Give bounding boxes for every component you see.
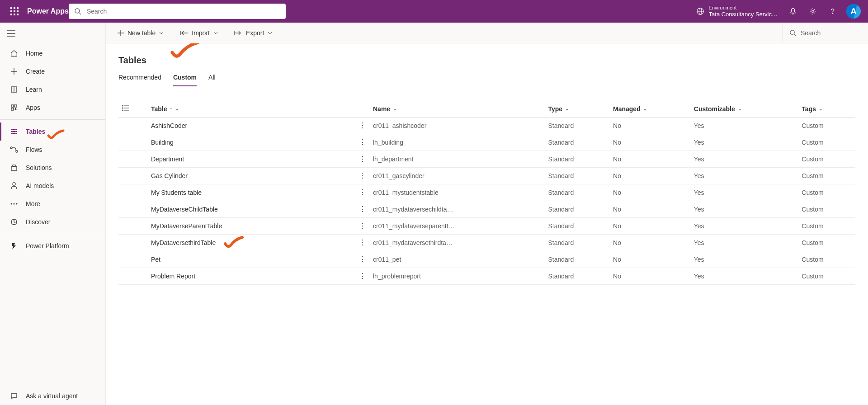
plus-icon (118, 30, 124, 36)
cell-table[interactable]: MyDataverseChildTable (147, 201, 355, 218)
cell-table[interactable]: MyDataversethirdTable (147, 235, 355, 251)
cell-table[interactable]: Department (147, 151, 355, 168)
nav-learn[interactable]: Learn (0, 80, 105, 99)
row-actions[interactable]: ⋮ (359, 172, 366, 179)
nav-solutions[interactable]: Solutions (0, 159, 105, 177)
cmd-label: Export (246, 29, 264, 37)
row-actions[interactable]: ⋮ (359, 122, 366, 129)
gear-icon (809, 7, 817, 15)
column-header-customizable[interactable]: Customizable⌄ (690, 100, 798, 118)
more-icon (9, 203, 19, 205)
nav-ask-agent[interactable]: Ask a virtual agent (0, 387, 105, 405)
avatar[interactable]: A (846, 4, 861, 19)
cell-customizable: Yes (690, 218, 798, 235)
environment-picker[interactable]: Environment Tata Consultancy Servic… (691, 5, 783, 18)
table-row[interactable]: Building⋮lh_buildingStandardNoYesCustom (118, 134, 855, 151)
nav-more[interactable]: More (0, 195, 105, 213)
page-search[interactable]: Search (783, 23, 860, 43)
table-row[interactable]: Department⋮lh_departmentStandardNoYesCus… (118, 151, 855, 168)
cell-table[interactable]: Gas Cylinder (147, 168, 355, 184)
help-button[interactable] (823, 0, 843, 22)
flow-icon (9, 146, 19, 153)
app-launcher[interactable] (4, 0, 25, 22)
brand-name[interactable]: Power Apps (27, 7, 69, 15)
tab-recommended[interactable]: Recommended (118, 74, 161, 86)
cell-table[interactable]: MyDataverseParentTable (147, 218, 355, 235)
tab-custom[interactable]: Custom (173, 74, 197, 86)
cell-managed: No (609, 151, 690, 168)
table-row[interactable]: MyDataversethirdTable⋮cr011_mydataverset… (118, 235, 855, 251)
cell-customizable: Yes (690, 251, 798, 268)
column-header-tags[interactable]: Tags⌄ (798, 100, 855, 118)
svg-rect-23 (13, 131, 15, 132)
cell-managed: No (609, 184, 690, 201)
nav-ai-models[interactable]: AI models (0, 177, 105, 195)
nav-label: Learn (26, 86, 42, 93)
column-header-table[interactable]: Table↑⌄ (147, 100, 355, 118)
nav-label: Apps (26, 104, 40, 111)
row-actions[interactable]: ⋮ (359, 239, 366, 246)
svg-rect-16 (11, 108, 14, 110)
notifications-button[interactable] (783, 0, 803, 22)
nav-apps[interactable]: Apps (0, 99, 105, 117)
cell-tags: Custom (798, 201, 855, 218)
row-actions[interactable]: ⋮ (359, 138, 366, 146)
table-row[interactable]: My Students table⋮cr011_mystudentstableS… (118, 184, 855, 201)
global-search-input[interactable] (86, 7, 280, 15)
cell-table[interactable]: AshishCoder (147, 118, 355, 134)
cell-name: cr011_mydataversethirdta… (369, 235, 544, 251)
settings-button[interactable] (803, 0, 823, 22)
svg-point-5 (812, 10, 814, 13)
row-actions[interactable]: ⋮ (359, 205, 366, 213)
table-row[interactable]: Pet⋮cr011_petStandardNoYesCustom (118, 251, 855, 268)
row-actions[interactable]: ⋮ (359, 255, 366, 263)
column-header-name[interactable]: Name⌄ (369, 100, 544, 118)
svg-point-6 (832, 13, 833, 14)
chat-icon (9, 392, 19, 400)
column-select[interactable] (118, 100, 147, 118)
column-header-managed[interactable]: Managed⌄ (609, 100, 690, 118)
environment-text: Environment Tata Consultancy Servic… (709, 5, 778, 18)
nav-label: Discover (26, 218, 50, 226)
nav-home[interactable]: Home (0, 44, 105, 62)
nav-discover[interactable]: Discover (0, 213, 105, 231)
cell-tags: Custom (798, 268, 855, 285)
row-actions[interactable]: ⋮ (359, 222, 366, 230)
ai-icon (9, 182, 19, 190)
svg-point-50 (123, 110, 123, 111)
column-header-type[interactable]: Type⌄ (544, 100, 609, 118)
nav-label: Solutions (26, 164, 52, 171)
table-row[interactable]: Problem Report⋮lh_problemreportStandardN… (118, 268, 855, 285)
chevron-down-icon: ⌄ (565, 106, 569, 111)
svg-rect-31 (13, 165, 15, 166)
cell-table[interactable]: Problem Report (147, 268, 355, 285)
cell-table[interactable]: My Students table (147, 184, 355, 201)
nav-divider (0, 119, 105, 120)
nav-power-platform[interactable]: Power Platform (0, 237, 105, 255)
table-row[interactable]: Gas Cylinder⋮cr011_gascylinderStandardNo… (118, 168, 855, 184)
nav-tables[interactable]: Tables (0, 122, 105, 141)
cell-customizable: Yes (690, 235, 798, 251)
nav-flows[interactable]: Flows (0, 141, 105, 159)
cmd-import[interactable]: Import (176, 27, 222, 39)
table-row[interactable]: MyDataverseChildTable⋮cr011_mydataversec… (118, 201, 855, 218)
row-actions[interactable]: ⋮ (359, 155, 366, 163)
cell-type: Standard (544, 118, 609, 134)
svg-rect-25 (11, 133, 13, 134)
cell-customizable: Yes (690, 268, 798, 285)
cmd-export[interactable]: Export (231, 27, 276, 39)
row-actions[interactable]: ⋮ (359, 188, 366, 196)
cmd-new-table[interactable]: New table (114, 27, 167, 39)
cell-table[interactable]: Pet (147, 251, 355, 268)
cell-table[interactable]: Building (147, 134, 355, 151)
table-row[interactable]: MyDataverseParentTable⋮cr011_mydataverse… (118, 218, 855, 235)
nav-toggle[interactable] (0, 23, 105, 44)
row-actions[interactable]: ⋮ (359, 272, 366, 280)
tab-all[interactable]: All (208, 74, 216, 86)
cell-customizable: Yes (690, 184, 798, 201)
table-row[interactable]: AshishCoder⋮cr011_ashishcoderStandardNoY… (118, 118, 855, 134)
svg-point-29 (16, 151, 18, 152)
global-search[interactable] (69, 4, 286, 19)
nav-create[interactable]: Create (0, 62, 105, 80)
svg-point-33 (11, 203, 12, 205)
